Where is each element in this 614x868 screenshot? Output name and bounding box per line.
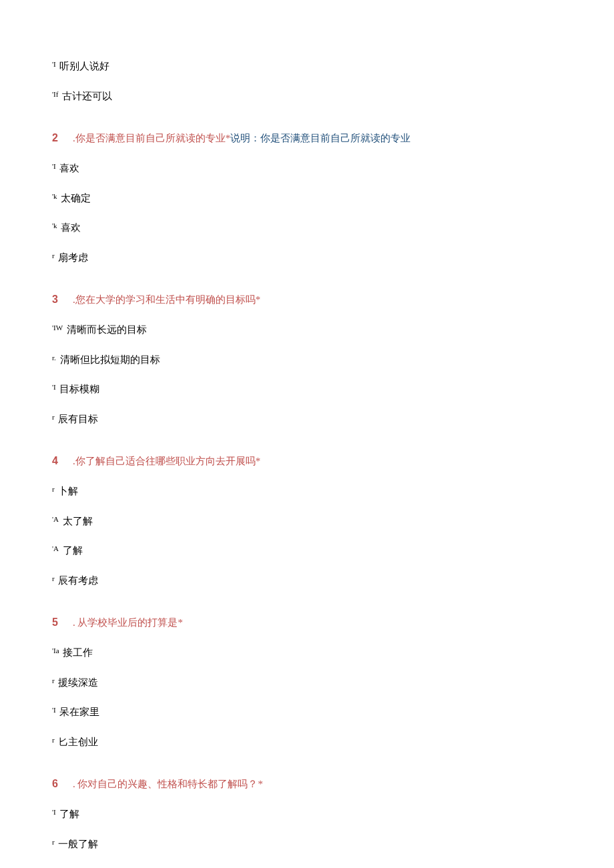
option-text: 听别人说好 [59, 61, 109, 71]
option-text: 喜欢 [61, 222, 81, 233]
option-item: 'A 了解 [52, 543, 562, 558]
option-item: r 扇考虑 [52, 250, 562, 266]
option-prefix: r [52, 573, 55, 584]
option-item: r 辰有目标 [52, 412, 562, 427]
question-2: 2.你是否满意目前自己所就读的专业*说明：你是否满意目前自己所就读的专业 [52, 130, 562, 146]
question-title: . 你对自己的兴趣、性格和特长都了解吗？* [73, 779, 263, 789]
option-prefix: 'I [52, 59, 56, 70]
option-text: 古计还可以 [62, 91, 112, 101]
document-page: 'I 听别人说好 'If 古计还可以 2.你是否满意目前自己所就读的专业*说明：… [0, 0, 614, 868]
option-text: 援续深造 [58, 677, 98, 688]
option-text: 匕主创业 [58, 737, 98, 747]
option-prefix: r. [52, 352, 56, 364]
option-item: r 匕主创业 [52, 735, 562, 750]
option-text: 接工作 [63, 647, 93, 658]
option-prefix: 'I [52, 705, 56, 716]
option-text: 清晰但比拟短期的目标 [60, 354, 160, 365]
option-prefix: r [52, 250, 55, 262]
option-prefix: r [52, 675, 55, 687]
option-item: 'I 呆在家里 [52, 705, 562, 720]
option-prefix: 'IW [52, 322, 63, 334]
option-prefix: 'k [52, 191, 57, 202]
question-title: . 从学校毕业后的打算是* [73, 617, 183, 628]
option-prefix: 'Ia [52, 645, 59, 657]
option-item: r 一般了解 [52, 837, 562, 852]
option-item: 'I 目标模糊 [52, 382, 562, 397]
option-prefix: r [52, 735, 55, 746]
question-title: .你是否满意目前自己所就读的专业* [73, 133, 230, 143]
option-item: 'I 喜欢 [52, 161, 562, 176]
option-prefix: 'If [52, 89, 58, 100]
option-prefix: 'I [52, 382, 56, 393]
option-text: 太确定 [61, 193, 91, 203]
option-item: r 辰有考虑 [52, 573, 562, 588]
option-item: 'Ia 接工作 [52, 645, 562, 661]
option-item: r 援续深造 [52, 675, 562, 691]
question-note: 你是否满意目前自己所就读的专业 [260, 133, 410, 143]
question-number: 4 [52, 453, 58, 469]
option-prefix: 'A [52, 514, 59, 525]
question-number: 2 [52, 130, 58, 146]
option-text: 了解 [63, 545, 83, 556]
option-prefix: 'A [52, 543, 59, 554]
question-number: 6 [52, 776, 58, 792]
option-text: 辰有考虑 [58, 575, 98, 586]
option-item: 'A 太了解 [52, 514, 562, 529]
option-item: r 卜解 [52, 484, 562, 499]
option-text: 一般了解 [58, 839, 98, 849]
option-prefix: 'I [52, 807, 56, 818]
question-number: 3 [52, 292, 58, 308]
question-note-label: 说明： [230, 133, 260, 143]
option-text: 了解 [59, 809, 79, 819]
option-text: 辰有目标 [58, 414, 98, 424]
option-text: 目标模糊 [59, 384, 99, 394]
question-title: .你了解自己适合往哪些职业方向去开展吗* [73, 456, 260, 466]
option-prefix: r [52, 837, 55, 848]
question-3: 3.您在大学的学习和生活中有明确的目标吗* [52, 292, 562, 308]
option-prefix: 'I [52, 161, 56, 172]
question-5: 5. 从学校毕业后的打算是* [52, 614, 562, 630]
option-prefix: r [52, 484, 55, 495]
option-text: 呆在家里 [59, 707, 99, 717]
option-item: r. 清晰但比拟短期的目标 [52, 352, 562, 368]
option-item: 'k 喜欢 [52, 220, 562, 236]
option-item: 'I 了解 [52, 807, 562, 822]
option-text: 扇考虑 [58, 252, 88, 263]
option-text: 清晰而长远的目标 [67, 324, 147, 335]
question-number: 5 [52, 614, 58, 630]
option-prefix: r [52, 412, 55, 423]
option-item: 'I 听别人说好 [52, 59, 562, 74]
option-text: 太了解 [63, 516, 93, 526]
option-item: 'k 太确定 [52, 191, 562, 206]
option-prefix: 'k [52, 220, 57, 232]
question-title: .您在大学的学习和生活中有明确的目标吗* [73, 294, 260, 305]
option-text: 喜欢 [59, 163, 79, 173]
option-item: 'If 古计还可以 [52, 89, 562, 104]
question-4: 4.你了解自己适合往哪些职业方向去开展吗* [52, 453, 562, 469]
question-6: 6. 你对自己的兴趣、性格和特长都了解吗？* [52, 776, 562, 792]
option-item: 'IW 清晰而长远的目标 [52, 322, 562, 338]
option-text: 卜解 [58, 486, 78, 496]
